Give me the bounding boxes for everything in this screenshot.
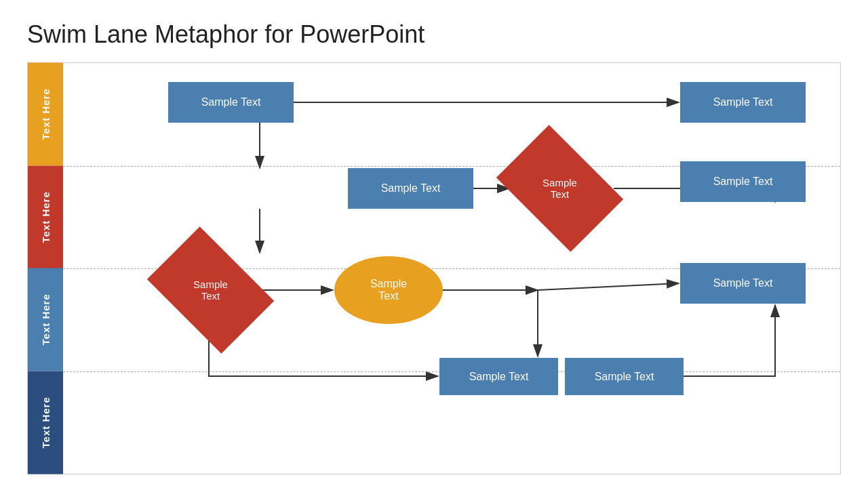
- shape-s1: Sample Text: [168, 82, 294, 123]
- lane-label-4: Text Here: [28, 371, 63, 474]
- shape-s5: SampleText: [158, 253, 263, 327]
- diagram-container: Text Here Text Here Text Here Text Here: [27, 62, 841, 474]
- shape-s8: Sample Text: [439, 358, 558, 395]
- lanes-column: Text Here Text Here Text Here Text Here: [28, 63, 63, 474]
- shape-s7: Sample Text: [680, 263, 806, 304]
- page: Swim Lane Metaphor for PowerPoint Text H…: [0, 0, 868, 488]
- lane-label-1: Text Here: [28, 63, 63, 166]
- shape-s4: SampleText: [507, 151, 612, 226]
- shape-s2: Sample Text: [680, 82, 806, 123]
- shape-s6: SampleText: [334, 256, 443, 324]
- arrow-s6-s7-end: [538, 283, 679, 290]
- arrow-s5-s9: [209, 327, 438, 376]
- shape-s9: Sample Text: [565, 358, 684, 395]
- lane-label-2: Text Here: [28, 166, 63, 269]
- arrow-s9-s7: [684, 305, 775, 376]
- diagram-area: Sample Text Sample Text Sample Text Samp…: [63, 63, 840, 474]
- shape-s10: Sample Text: [680, 161, 806, 202]
- page-title: Swim Lane Metaphor for PowerPoint: [27, 20, 841, 49]
- lane-label-3: Text Here: [28, 268, 63, 371]
- shape-s3: Sample Text: [348, 168, 473, 209]
